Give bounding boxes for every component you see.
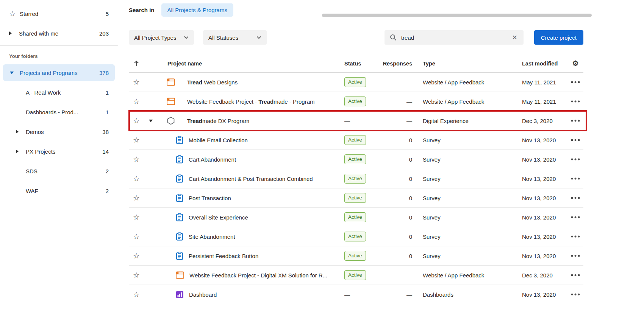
type-cell: Survey — [412, 253, 522, 259]
table-row[interactable]: ☆ Website Feedback Project - Digital XM … — [129, 266, 583, 285]
star-icon[interactable]: ☆ — [133, 252, 140, 260]
collapse-caret-icon[interactable] — [149, 120, 153, 122]
header-responses[interactable]: Responses — [382, 61, 412, 67]
caret-right-icon[interactable] — [16, 149, 19, 153]
project-name-cell[interactable]: Treadmade DX Program — [158, 117, 344, 125]
more-actions-icon[interactable] — [571, 274, 580, 276]
project-name-cell[interactable]: Website Feedback Project - Treadmade - P… — [158, 98, 344, 105]
create-project-button[interactable]: Create project — [534, 30, 583, 45]
more-actions-icon[interactable] — [571, 100, 580, 103]
header-status[interactable]: Status — [344, 61, 382, 67]
sidebar-item-shared-with-me[interactable]: Shared with me 203 — [0, 23, 118, 43]
status-badge: Active — [344, 154, 366, 164]
star-icon[interactable]: ☆ — [133, 156, 140, 163]
table-row[interactable]: ☆ Cart Abandonment Active 0 Survey Nov 1… — [129, 150, 583, 169]
caret-down-icon[interactable] — [10, 72, 14, 74]
more-actions-icon[interactable] — [571, 158, 580, 160]
table-row[interactable]: ☆ Website Feedback Project - Treadmade -… — [129, 92, 583, 111]
header-project-name[interactable]: Project name — [158, 61, 344, 67]
sidebar-folder-item[interactable]: PX Projects 14 — [3, 143, 115, 160]
star-icon[interactable]: ☆ — [133, 271, 140, 279]
responses-cell: — — [382, 291, 412, 298]
sort-arrow-icon[interactable] — [134, 61, 139, 67]
star-icon[interactable]: ☆ — [133, 233, 140, 240]
star-cell: ☆ — [129, 98, 144, 105]
sidebar-folder-item[interactable]: Projects and Programs 378 — [3, 64, 115, 81]
project-name-cell[interactable]: Website Feedback Project - Digital XM So… — [158, 271, 344, 279]
status-badge: Active — [344, 77, 366, 87]
project-name-cell[interactable]: Post Transaction — [158, 194, 344, 202]
sidebar-folder-item[interactable]: WAF 2 — [3, 182, 115, 199]
star-icon[interactable]: ☆ — [133, 291, 140, 298]
star-icon[interactable]: ☆ — [133, 98, 140, 105]
sidebar-folder-item[interactable]: Dashboards - Prod... 1 — [3, 104, 115, 120]
responses-cell: 0 — [382, 253, 412, 259]
table-row[interactable]: ☆ Dashboard — — Dashboards Nov 13, 2020 — [129, 285, 583, 304]
status-badge: Active — [344, 174, 366, 184]
folder-count: 14 — [102, 148, 109, 155]
star-icon[interactable]: ☆ — [133, 136, 140, 144]
responses-cell: — — [382, 98, 412, 105]
more-actions-icon[interactable] — [571, 177, 580, 180]
project-name-cell[interactable]: Overall Site Experience — [158, 213, 344, 221]
search-icon — [390, 34, 397, 41]
project-type-dropdown[interactable]: All Project Types — [129, 30, 194, 45]
modified-cell: May 11, 2021 — [522, 98, 567, 105]
project-name-cell[interactable]: Dashboard — [158, 291, 344, 299]
project-name: Post Transaction — [189, 195, 231, 201]
more-actions-icon[interactable] — [571, 255, 580, 257]
more-actions-icon[interactable] — [571, 120, 580, 122]
sidebar-folder-item[interactable]: Demos 38 — [3, 123, 115, 140]
caret-slot — [9, 31, 19, 35]
clear-search-icon[interactable]: ✕ — [511, 34, 518, 42]
expand-cell — [144, 120, 158, 122]
star-icon[interactable]: ☆ — [133, 213, 140, 221]
table-row[interactable]: ☆ Post Transaction Active 0 Survey Nov 1… — [129, 188, 583, 208]
search-box[interactable]: ✕ — [385, 30, 524, 45]
status-cell: Active — [344, 174, 382, 184]
expand-cell — [144, 235, 158, 238]
status-dropdown[interactable]: All Statuses — [203, 30, 267, 45]
table-row[interactable]: ☆ Overall Site Experience Active 0 Surve… — [129, 208, 583, 227]
actions-cell — [567, 158, 583, 160]
starred-count: 5 — [106, 11, 109, 17]
more-actions-icon[interactable] — [571, 235, 580, 238]
project-name-cell[interactable]: Cart Abandonment — [158, 155, 344, 163]
more-actions-icon[interactable] — [571, 139, 580, 141]
status-badge: Active — [344, 270, 366, 280]
gear-icon[interactable]: ⚙ — [572, 59, 578, 68]
actions-cell — [567, 100, 583, 103]
table-row[interactable]: ☆ Cart Abandonment & Post Transaction Co… — [129, 169, 583, 188]
table-row[interactable]: ☆ Treadmade DX Program — — Digital Exper… — [129, 111, 583, 131]
caret-right-icon[interactable] — [9, 31, 12, 35]
table-row[interactable]: ☆ Persistent Feedback Button Active 0 Su… — [129, 246, 583, 266]
status-cell: Active — [344, 232, 382, 241]
project-name-cell[interactable]: Mobile Email Collection — [158, 136, 344, 144]
star-cell: ☆ — [129, 233, 144, 240]
project-name-cell[interactable]: Site Abandonment — [158, 232, 344, 241]
project-name-cell[interactable]: Persistent Feedback Button — [158, 252, 344, 260]
star-icon[interactable]: ☆ — [133, 194, 140, 202]
search-input[interactable] — [400, 34, 511, 41]
header-last-modified[interactable]: Last modified — [522, 61, 567, 67]
more-actions-icon[interactable] — [571, 293, 580, 296]
table-row[interactable]: ☆ Tread Web Designs Active — Website / A… — [129, 73, 583, 92]
more-actions-icon[interactable] — [571, 197, 580, 199]
star-icon[interactable]: ☆ — [133, 78, 140, 86]
table-row[interactable]: ☆ Site Abandonment Active 0 Survey Nov 1… — [129, 227, 583, 246]
star-icon[interactable]: ☆ — [133, 117, 140, 125]
horizontal-scrollbar[interactable] — [322, 14, 592, 17]
sidebar-folder-item[interactable]: A - Real Work 1 — [3, 84, 115, 101]
sidebar-item-starred[interactable]: ☆ Starred 5 — [0, 4, 118, 23]
header-type[interactable]: Type — [412, 61, 522, 67]
more-actions-icon[interactable] — [571, 81, 580, 83]
star-icon[interactable]: ☆ — [133, 175, 140, 182]
project-name-cell[interactable]: Tread Web Designs — [158, 78, 344, 86]
table-row[interactable]: ☆ Mobile Email Collection Active 0 Surve… — [129, 131, 583, 150]
sidebar-folder-item[interactable]: SDS 2 — [3, 163, 115, 179]
caret-right-icon[interactable] — [16, 130, 19, 134]
project-name-cell[interactable]: Cart Abandonment & Post Transaction Comb… — [158, 174, 344, 183]
more-actions-icon[interactable] — [571, 216, 580, 218]
survey-icon — [176, 136, 183, 144]
scope-pill[interactable]: All Projects & Programs — [161, 3, 233, 17]
